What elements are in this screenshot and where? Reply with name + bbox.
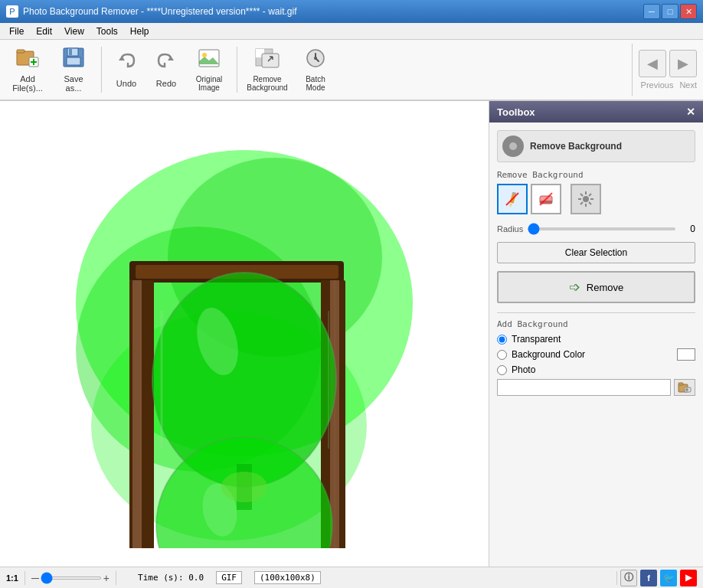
add-files-icon [15,47,40,73]
redo-label: Redo [156,79,176,88]
zoom-level: 1:1 [6,573,18,583]
svg-rect-7 [67,57,80,65]
svg-rect-16 [262,54,279,67]
clear-selection-label: Clear Selection [565,247,627,258]
toolbox-title: Toolbox [497,106,535,118]
radius-slider[interactable] [528,227,675,230]
time-value: 0.0 [188,573,204,583]
remove-arrow-icon: ➩ [569,279,580,296]
section-icon [502,136,524,157]
batch-mode-button[interactable]: Batch Mode [294,44,337,96]
toolbox-close-button[interactable]: ✕ [686,106,695,118]
bg-color-row: Background Color [497,348,695,361]
original-image-button[interactable]: Original Image [188,44,231,96]
brush-buttons [497,184,695,214]
pencil-brush-button[interactable] [497,184,528,214]
section-title: Remove Background [530,141,622,152]
svg-marker-10 [168,56,174,60]
app-icon: P [6,5,18,18]
menu-edit[interactable]: Edit [30,24,58,38]
clear-selection-button[interactable]: Clear Selection [497,242,695,263]
zoom-controls: ─ + [31,572,110,584]
brush-settings-button[interactable] [571,184,601,214]
menu-view[interactable]: View [58,24,90,38]
menu-help[interactable]: Help [124,24,155,38]
photo-label[interactable]: Photo [512,364,535,375]
minimize-button[interactable]: ─ [643,4,660,19]
svg-point-44 [509,142,517,150]
toolbar: Add File(s)... Save as... Undo [0,40,703,101]
twitter-button[interactable]: 🐦 [660,570,677,586]
time-label: Time (s): [138,573,184,583]
svg-point-18 [314,57,317,60]
zoom-out-button[interactable]: ─ [31,572,39,584]
previous-button[interactable]: ◀ [639,50,666,77]
sep-1 [25,571,25,585]
svg-rect-30 [132,280,142,548]
eraser-brush-button[interactable] [531,184,561,214]
browse-button[interactable] [674,379,695,396]
color-swatch[interactable] [677,348,695,361]
save-as-button[interactable]: Save as... [52,44,95,96]
menu-tools[interactable]: Tools [90,24,124,38]
transparent-radio[interactable] [497,335,507,345]
batch-mode-label: Batch Mode [306,75,325,92]
toolbox-header: Toolbox ✕ [489,101,703,122]
separator-2 [237,47,237,93]
bg-color-label[interactable]: Background Color [512,349,585,360]
undo-button[interactable]: Undo [108,44,145,96]
photo-row: Photo [497,364,695,375]
remove-bg-group-label: Remove Background [497,170,695,180]
undo-icon [116,51,137,77]
status-icons: ⓘ f 🐦 ▶ [616,570,697,586]
remove-bg-group: Remove Background [497,170,695,214]
photo-radio[interactable] [497,365,507,375]
menu-file[interactable]: File [3,24,30,38]
svg-point-38 [221,472,267,502]
photo-path-input[interactable] [497,379,671,396]
remove-background-button[interactable]: Remove Background [244,44,291,96]
main-content: Toolbox ✕ Remove Background Remove Backg… [0,101,703,567]
remove-button[interactable]: ➩ Remove [497,271,695,303]
youtube-button[interactable]: ▶ [680,570,697,586]
section-header: Remove Background [497,130,695,162]
window-title: Photo Background Remover - ****Unregiste… [23,6,297,17]
divider-1 [497,312,695,313]
radius-value: 0 [680,224,695,234]
format-display: GIF [216,571,242,584]
info-button[interactable]: ⓘ [620,570,637,586]
previous-label: Previous [641,80,674,90]
save-as-icon [61,47,86,73]
add-bg-label: Add Background [497,319,695,329]
add-files-button[interactable]: Add File(s)... [6,44,49,96]
radius-row: Radius 0 [497,224,695,234]
original-image-label: Original Image [196,75,222,92]
svg-point-12 [202,53,207,57]
facebook-button[interactable]: f [640,570,657,586]
remove-background-icon [254,47,280,74]
status-bar: 1:1 ─ + Time (s): 0.0 GIF (100x100x8) ⓘ … [0,567,703,588]
save-as-label: Save as... [64,74,83,93]
remove-background-label: Remove Background [247,75,287,92]
batch-mode-icon [303,47,328,74]
svg-point-53 [583,196,589,202]
zoom-slider[interactable] [41,577,102,580]
time-display: Time (s): 0.0 [138,573,204,583]
menu-bar: File Edit View Tools Help [0,23,703,40]
title-bar: P Photo Background Remover - ****Unregis… [0,0,703,23]
svg-rect-1 [17,50,25,53]
separator-1 [101,47,102,93]
canvas-area[interactable] [0,101,489,567]
bg-color-radio[interactable] [497,350,507,360]
zoom-in-button[interactable]: + [103,572,110,584]
remove-label: Remove [587,282,623,293]
toolbox-panel: Toolbox ✕ Remove Background Remove Backg… [489,101,703,567]
close-button[interactable]: ✕ [680,4,697,19]
next-button[interactable]: ▶ [669,50,697,77]
transparent-label[interactable]: Transparent [512,334,561,345]
radius-label: Radius [497,224,523,234]
maximize-button[interactable]: □ [662,4,678,19]
redo-button[interactable]: Redo [148,44,185,96]
next-label: Next [679,80,697,90]
sep-3 [616,571,617,585]
